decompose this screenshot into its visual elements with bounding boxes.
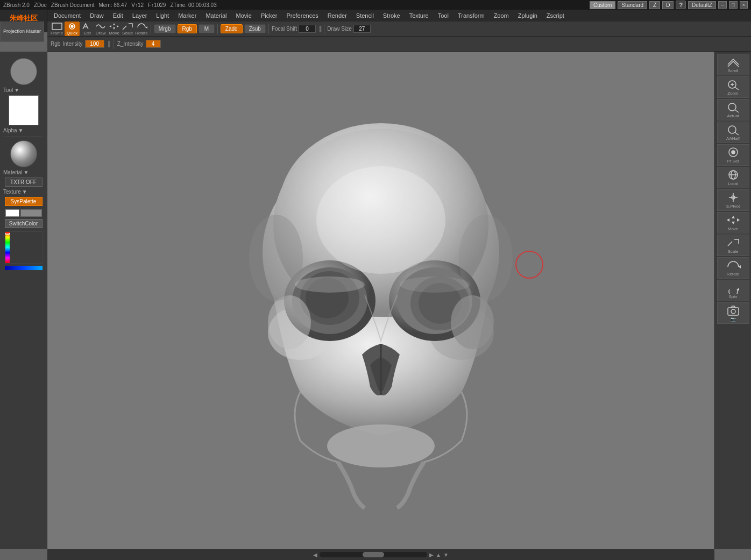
d-mode-btn[interactable]: D bbox=[662, 1, 674, 9]
intensity-value[interactable]: 100 bbox=[85, 40, 104, 48]
draw-btn[interactable]: Draw bbox=[95, 22, 107, 36]
menu-tool[interactable]: Tool bbox=[434, 11, 453, 20]
sys-palette-btn[interactable]: SysPalette bbox=[5, 197, 42, 206]
frame-btn[interactable]: Frame bbox=[51, 22, 63, 36]
aahalf-btn[interactable]: AAHalf bbox=[717, 122, 749, 143]
sep4 bbox=[324, 24, 324, 34]
menu-stroke[interactable]: Stroke bbox=[379, 11, 405, 20]
projection-master-btn[interactable]: Projection Master bbox=[0, 22, 44, 42]
menu-zplugin[interactable]: Zplugin bbox=[514, 11, 542, 20]
scroll-up-arrow[interactable]: ▲ bbox=[436, 552, 441, 558]
svg-point-21 bbox=[451, 295, 494, 349]
menu-transform[interactable]: Transform bbox=[454, 11, 489, 20]
menu-material[interactable]: Material bbox=[201, 11, 231, 20]
edit-btn[interactable]: Edit bbox=[81, 22, 93, 36]
ptsel-btn[interactable]: Pt Sel bbox=[717, 144, 749, 166]
zsub-btn[interactable]: Zsub bbox=[244, 24, 266, 33]
scroll-btn[interactable]: Scroll bbox=[717, 54, 749, 75]
svg-marker-46 bbox=[732, 222, 735, 224]
menu-movie[interactable]: Movie bbox=[232, 11, 256, 20]
standard-mode-btn[interactable]: Standard bbox=[618, 1, 647, 9]
frame-label: Frame bbox=[51, 31, 63, 36]
txtr-btn[interactable]: TXTR OFF bbox=[5, 178, 42, 187]
material-section[interactable]: Material ▼ bbox=[3, 169, 29, 175]
m-btn[interactable]: M bbox=[199, 24, 215, 33]
tool-label: Tool bbox=[3, 87, 13, 93]
menu-zoom[interactable]: Zoom bbox=[490, 11, 513, 20]
swatch-gray[interactable] bbox=[20, 209, 42, 217]
switch-color-btn[interactable]: SwitchColor bbox=[5, 219, 42, 228]
nav-rotate-btn[interactable]: Rotate bbox=[717, 257, 749, 279]
menu-light[interactable]: Light bbox=[152, 11, 173, 20]
menu-marker[interactable]: Marker bbox=[174, 11, 201, 20]
tool-dropdown-icon: ▼ bbox=[14, 87, 19, 93]
sep3 bbox=[268, 24, 269, 34]
maximize-btn[interactable]: □ bbox=[729, 1, 737, 9]
menu-render[interactable]: Render bbox=[323, 11, 351, 20]
mem-info: Mem: 86.47 bbox=[98, 2, 127, 8]
texture-section[interactable]: Texture ▼ bbox=[3, 189, 27, 195]
actual-btn[interactable]: Actual bbox=[717, 99, 749, 120]
app-full-name: ZBrush Document bbox=[51, 2, 95, 8]
v-info: V↑12 bbox=[131, 2, 144, 8]
focal-shift-value[interactable]: 0 bbox=[299, 25, 316, 33]
menu-preferences[interactable]: Preferences bbox=[282, 11, 322, 20]
close-btn[interactable]: × bbox=[740, 1, 748, 9]
tool-section[interactable]: Tool ▼ bbox=[3, 87, 19, 93]
rgb-btn[interactable]: Rgb bbox=[178, 24, 197, 33]
z-mode-btn[interactable]: Z bbox=[649, 1, 660, 9]
menu-edit[interactable]: Edit bbox=[109, 11, 127, 20]
mrgb-btn[interactable]: Mrgb bbox=[154, 24, 176, 33]
scale-btn[interactable]: Scale bbox=[122, 22, 133, 36]
default-z-btn[interactable]: DefaultZ bbox=[688, 1, 716, 9]
menu-layer[interactable]: Layer bbox=[128, 11, 152, 20]
svg-marker-4 bbox=[113, 27, 115, 30]
local-btn[interactable]: Local bbox=[717, 167, 749, 188]
left-panel: Tool ▼ Alpha ▼ Material ▼ TXTR OFF Textu… bbox=[0, 52, 47, 549]
rotate-label: Rotate bbox=[135, 31, 148, 36]
menu-picker[interactable]: Picker bbox=[257, 11, 282, 20]
nav-rotate-label: Rotate bbox=[727, 272, 740, 277]
skull-svg bbox=[193, 91, 569, 511]
svg-line-34 bbox=[735, 110, 739, 112]
zoom-btn[interactable]: Zoom bbox=[717, 76, 749, 98]
menu-document[interactable]: Document bbox=[49, 11, 85, 20]
spivot-btn[interactable]: S.Pivot bbox=[717, 189, 749, 211]
texture-dropdown-icon: ▼ bbox=[22, 189, 27, 195]
local-label: Local bbox=[728, 181, 738, 186]
custom-mode-btn[interactable]: Custom bbox=[590, 1, 615, 9]
color-picker[interactable] bbox=[5, 231, 42, 264]
scroll-track[interactable] bbox=[320, 552, 427, 557]
svg-marker-48 bbox=[737, 218, 740, 222]
help-btn[interactable]: ? bbox=[676, 1, 686, 9]
scroll-right-arrow[interactable]: ▶ bbox=[429, 552, 434, 558]
f-info: F↑1029 bbox=[148, 2, 166, 8]
swatch-white[interactable] bbox=[5, 209, 19, 217]
minimize-btn[interactable]: ─ bbox=[718, 1, 727, 9]
sep5 bbox=[114, 39, 114, 49]
menu-draw[interactable]: Draw bbox=[86, 11, 108, 20]
z-intensity-value[interactable]: 4 bbox=[146, 40, 161, 48]
rgb-label2: Rgb bbox=[51, 41, 60, 47]
nav-scale-btn[interactable]: Scale bbox=[717, 235, 749, 256]
nav-move-btn[interactable]: Move bbox=[717, 212, 749, 233]
scroll-thumb[interactable] bbox=[363, 552, 384, 557]
svg-point-24 bbox=[249, 215, 303, 301]
zoom-label: Zoom bbox=[727, 91, 738, 96]
menu-zscript[interactable]: Zscript bbox=[542, 11, 569, 20]
snapshot-btn[interactable]: 📷 bbox=[717, 302, 749, 324]
alpha-section[interactable]: Alpha ▼ bbox=[3, 127, 23, 133]
zadd-btn[interactable]: Zadd bbox=[221, 24, 243, 33]
rotate-btn[interactable]: Rotate bbox=[135, 22, 148, 36]
quick-label: Quick bbox=[67, 31, 77, 36]
scroll-down-arrow[interactable]: ▼ bbox=[443, 552, 449, 558]
menu-texture[interactable]: Texture bbox=[405, 11, 433, 20]
canvas-area[interactable] bbox=[47, 52, 714, 549]
menu-stencil[interactable]: Stencil bbox=[352, 11, 378, 20]
draw-size-value[interactable]: 27 bbox=[353, 25, 371, 33]
scroll-left-arrow[interactable]: ◀ bbox=[313, 552, 317, 558]
nav-spin-btn[interactable]: Spin bbox=[717, 280, 749, 301]
quick-btn[interactable]: Quick bbox=[65, 22, 80, 36]
alpha-preview bbox=[10, 58, 37, 85]
move-btn[interactable]: Move bbox=[108, 22, 120, 36]
